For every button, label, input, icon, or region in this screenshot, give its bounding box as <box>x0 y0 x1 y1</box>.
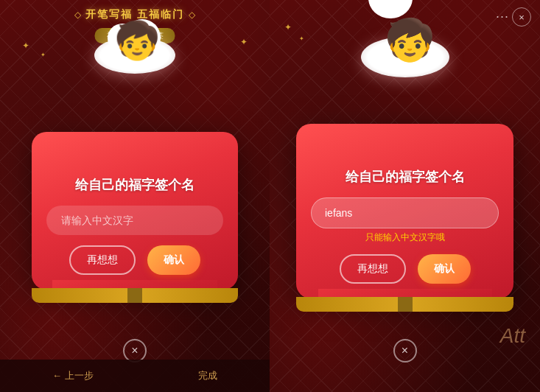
right-close-x-icon: × <box>519 12 525 23</box>
right-button-row: 再想想 确认 <box>311 254 499 284</box>
star-1: ✦ <box>22 41 29 51</box>
left-panel: ◇ 开笔写福 五福临门 ◇ 福字福字签签签 🧒 ✦ ✦ ✦ 给自己的福字签个名 … <box>0 0 270 392</box>
left-figure: 🧒 <box>114 22 160 59</box>
right-close-icon: × <box>402 344 408 357</box>
right-error-message: 只能输入中文汉字哦 <box>311 231 499 244</box>
star-3: ✦ <box>240 37 248 47</box>
right-confirm-button[interactable]: 确认 <box>418 254 471 284</box>
left-modal-card: 给自己的福字签个名 再想想 确认 <box>32 132 238 290</box>
diamond-right: ◇ <box>189 10 195 20</box>
star-r1: ✦ <box>284 22 292 32</box>
right-close-x-button[interactable]: × <box>512 7 531 27</box>
right-card-title: 给自己的福字签个名 <box>311 168 499 186</box>
right-modal-card: 给自己的福字签个名 只能输入中文汉字哦 再想想 确认 <box>296 124 513 298</box>
right-panel: ··· × 🧒 ✦ ✦ 给自己的福字签个名 只能输入中文汉字哦 再想想 确认 A… <box>270 0 540 392</box>
left-card-title: 给自己的福字签个名 <box>46 176 223 194</box>
dots-menu[interactable]: ··· <box>496 9 509 24</box>
left-button-row: 再想想 确认 <box>46 245 223 275</box>
left-confirm-button[interactable]: 确认 <box>147 245 200 275</box>
left-cancel-button[interactable]: 再想想 <box>69 245 136 275</box>
left-character: 🧒 <box>91 0 179 74</box>
diamond-left: ◇ <box>74 10 81 20</box>
right-figure: 🧒 <box>385 16 435 64</box>
right-close-button[interactable]: × <box>393 339 417 363</box>
right-input-container[interactable] <box>311 197 499 228</box>
left-bottom-nav: ← 上一步 完成 <box>0 360 270 392</box>
right-character: 🧒 <box>357 0 453 77</box>
star-r2: ✦ <box>299 35 304 42</box>
left-name-input[interactable] <box>49 207 220 234</box>
book-decoration-right <box>296 297 513 312</box>
att-text: Att <box>500 324 525 348</box>
left-input-container[interactable] <box>46 206 223 235</box>
right-cancel-button[interactable]: 再想想 <box>340 254 406 284</box>
prev-button[interactable]: ← 上一步 <box>52 369 94 382</box>
left-close-icon: × <box>131 344 138 357</box>
complete-button[interactable]: 完成 <box>198 369 217 382</box>
right-name-input[interactable] <box>313 200 497 226</box>
star-2: ✦ <box>41 52 46 58</box>
book-decoration-left <box>32 288 238 303</box>
